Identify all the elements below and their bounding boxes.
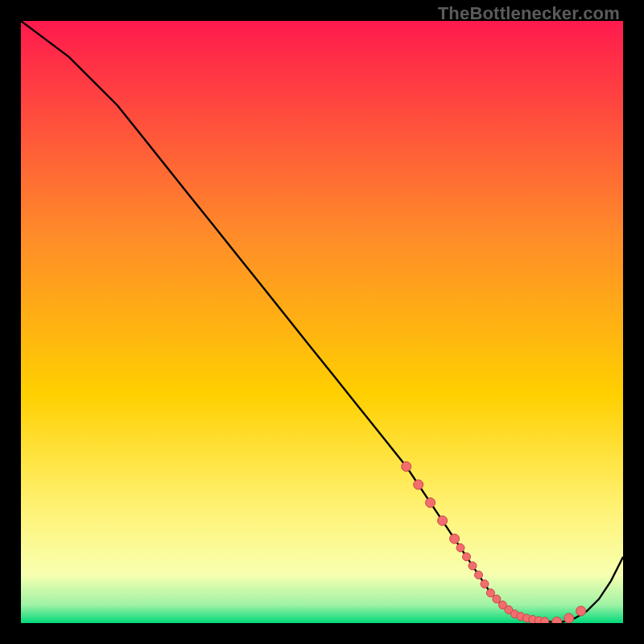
- curve-marker: [493, 595, 501, 603]
- curve-marker: [426, 497, 436, 507]
- heatmap-background: [21, 21, 623, 623]
- curve-marker: [481, 580, 489, 588]
- curve-marker: [456, 544, 464, 552]
- curve-marker: [402, 462, 411, 472]
- curve-marker: [469, 562, 477, 570]
- curve-marker: [438, 516, 448, 526]
- watermark-text: TheBottleneсker.com: [438, 3, 620, 24]
- curve-marker: [463, 553, 471, 561]
- curve-marker: [564, 613, 574, 623]
- curve-marker: [541, 617, 549, 623]
- curve-marker: [552, 617, 562, 624]
- gradient-plot: [21, 21, 623, 623]
- curve-marker: [414, 480, 423, 489]
- curve-marker: [450, 534, 460, 543]
- plot-frame: [21, 21, 623, 623]
- curve-marker: [486, 589, 494, 597]
- curve-marker: [475, 571, 483, 579]
- curve-marker: [576, 606, 586, 616]
